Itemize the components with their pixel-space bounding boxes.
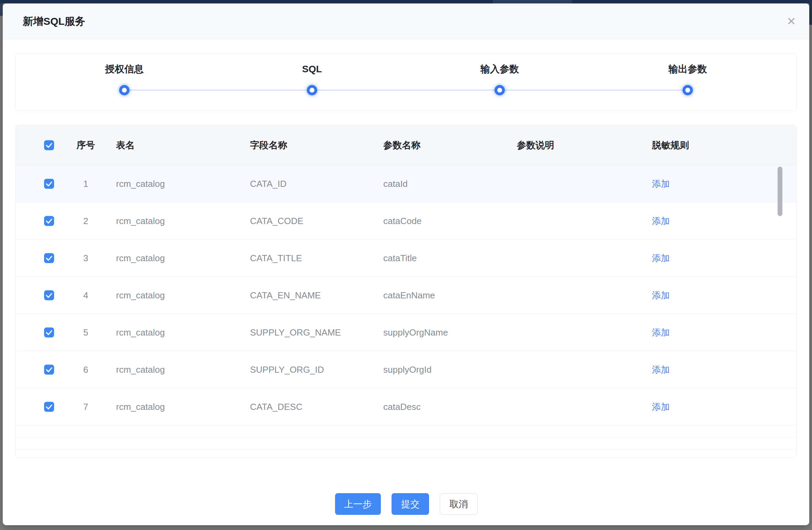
cell-field-name: CATA_EN_NAME	[250, 290, 321, 300]
checkbox-checked-icon[interactable]	[44, 327, 54, 337]
cell-index: 6	[71, 364, 101, 375]
cell-field-name: CATA_DESC	[250, 401, 302, 412]
table-row: 2 rcm_catalog CATA_CODE cataCode 添加	[16, 202, 796, 240]
background-app-header	[0, 0, 812, 3]
stepper-connector-line	[124, 89, 688, 91]
column-header-index: 序号	[71, 139, 101, 151]
cell-field-name: CATA_TITLE	[250, 253, 302, 263]
checkbox-checked-icon[interactable]	[44, 402, 54, 412]
previous-step-button[interactable]: 上一步	[335, 493, 381, 515]
checkbox-checked-icon[interactable]	[44, 253, 54, 263]
cell-index: 2	[71, 215, 101, 226]
row-checkbox[interactable]	[44, 290, 54, 300]
add-mask-rule-link[interactable]: 添加	[652, 326, 670, 338]
table-row: 7 rcm_catalog CATA_DESC cataDesc 添加	[16, 388, 796, 425]
cell-table-name: rcm_catalog	[116, 178, 165, 189]
cell-index: 3	[71, 253, 101, 263]
cell-index: 1	[71, 178, 101, 189]
row-checkbox[interactable]	[44, 216, 54, 226]
backdrop-left-edge	[0, 3, 3, 16]
cell-table-name: rcm_catalog	[116, 364, 165, 375]
cell-index: 7	[71, 401, 101, 412]
table-header-row: 序号 表名 字段名称 参数名称 参数说明 脱敏规则	[16, 125, 796, 165]
cell-param-name: supplyOrgId	[383, 364, 431, 375]
cell-param-name: cataCode	[383, 215, 421, 226]
cell-table-name: rcm_catalog	[116, 401, 165, 412]
dialog-header: 新增SQL服务 ✕	[3, 3, 809, 39]
cell-param-name: supplyOrgName	[383, 327, 448, 338]
screen: 新增SQL服务 ✕ 授权信息 SQL 输入参数 输出参数	[0, 0, 812, 530]
add-mask-rule-link[interactable]: 添加	[652, 215, 670, 227]
step-output-params: 输出参数	[643, 54, 732, 75]
step-label: SQL	[267, 63, 357, 75]
row-checkbox[interactable]	[44, 402, 54, 412]
table-row: 4 rcm_catalog CATA_EN_NAME cataEnName 添加	[16, 277, 796, 314]
cell-field-name: SUPPLY_ORG_ID	[250, 364, 324, 375]
checkbox-checked-icon[interactable]	[44, 290, 54, 300]
cell-param-name: cataEnName	[383, 290, 435, 300]
column-header-desc: 参数说明	[517, 139, 554, 151]
checkbox-checked-icon[interactable]	[44, 364, 54, 374]
table-scrollbar-thumb[interactable]	[778, 167, 782, 216]
add-sql-service-dialog: 新增SQL服务 ✕ 授权信息 SQL 输入参数 输出参数	[3, 3, 809, 525]
output-params-table: 序号 表名 字段名称 参数名称 参数说明 脱敏规则 1 rcm_catalog …	[15, 125, 797, 458]
table-body: 1 rcm_catalog CATA_ID cataId 添加 2 rcm_ca…	[16, 165, 796, 425]
cell-field-name: SUPPLY_ORG_NAME	[250, 327, 341, 338]
row-checkbox[interactable]	[44, 179, 54, 189]
step-sql: SQL	[267, 54, 357, 75]
step-label: 授权信息	[80, 63, 169, 75]
table-row: 6 rcm_catalog SUPPLY_ORG_ID supplyOrgId …	[16, 351, 796, 388]
cell-index: 5	[71, 327, 101, 338]
row-separator	[16, 449, 796, 449]
cell-param-name: cataTitle	[383, 253, 417, 263]
backdrop-right-edge	[809, 3, 812, 25]
checkbox-checked-icon[interactable]	[44, 140, 54, 150]
table-row: 3 rcm_catalog CATA_TITLE cataTitle 添加	[16, 240, 796, 277]
row-separator	[16, 437, 796, 438]
cell-param-name: cataId	[383, 178, 408, 189]
wizard-stepper: 授权信息 SQL 输入参数 输出参数	[15, 53, 797, 111]
add-mask-rule-link[interactable]: 添加	[652, 363, 670, 375]
column-header-param: 参数名称	[383, 139, 420, 151]
cell-index: 4	[71, 290, 101, 300]
background-active-tab	[493, 0, 572, 3]
column-header-mask: 脱敏规则	[652, 139, 689, 151]
close-icon[interactable]: ✕	[784, 14, 799, 29]
dialog-title: 新增SQL服务	[23, 3, 85, 39]
step-label: 输出参数	[643, 63, 732, 75]
cell-param-name: cataDesc	[383, 401, 420, 412]
table-row: 5 rcm_catalog SUPPLY_ORG_NAME supplyOrgN…	[16, 314, 796, 351]
select-all-checkbox[interactable]	[44, 140, 54, 150]
cell-field-name: CATA_ID	[250, 178, 287, 189]
step-input-params: 输入参数	[455, 54, 544, 75]
cancel-button[interactable]: 取消	[440, 493, 478, 515]
add-mask-rule-link[interactable]: 添加	[652, 178, 670, 190]
checkbox-checked-icon[interactable]	[44, 216, 54, 226]
column-header-field: 字段名称	[250, 139, 287, 151]
row-checkbox[interactable]	[44, 364, 54, 374]
step-circle-icon	[119, 85, 129, 95]
checkbox-checked-icon[interactable]	[44, 179, 54, 189]
step-label: 输入参数	[455, 63, 544, 75]
cell-table-name: rcm_catalog	[116, 215, 165, 226]
cell-table-name: rcm_catalog	[116, 253, 165, 263]
step-circle-icon	[683, 85, 693, 95]
row-checkbox[interactable]	[44, 253, 54, 263]
cell-field-name: CATA_CODE	[250, 215, 303, 226]
row-checkbox[interactable]	[44, 327, 54, 337]
submit-button[interactable]: 提交	[392, 493, 429, 515]
step-circle-icon	[307, 85, 317, 95]
add-mask-rule-link[interactable]: 添加	[652, 252, 670, 264]
table-row: 1 rcm_catalog CATA_ID cataId 添加	[16, 165, 796, 202]
cell-table-name: rcm_catalog	[116, 290, 165, 300]
column-header-table: 表名	[116, 139, 135, 151]
add-mask-rule-link[interactable]: 添加	[652, 401, 670, 413]
add-mask-rule-link[interactable]: 添加	[652, 289, 670, 301]
step-circle-icon	[495, 85, 505, 95]
step-authorization-info: 授权信息	[80, 54, 169, 75]
cell-table-name: rcm_catalog	[116, 327, 165, 338]
